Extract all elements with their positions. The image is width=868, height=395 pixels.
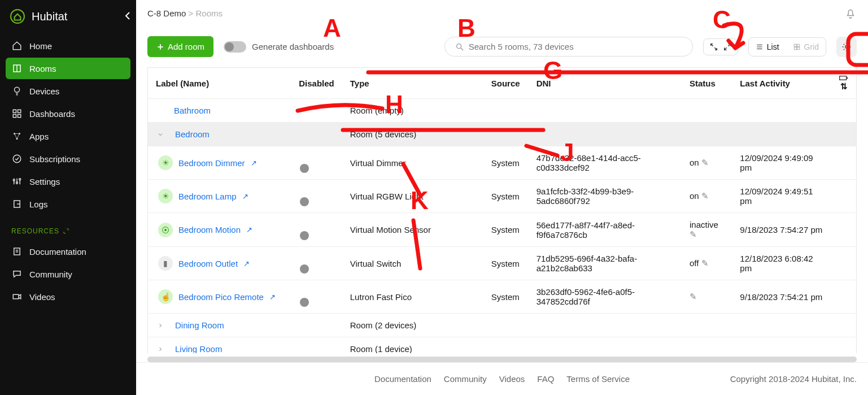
svg-point-0	[11, 10, 24, 23]
table-row[interactable]: ⦿ Bedroom Motion ↗ Virtual Motion Sensor…	[148, 213, 857, 247]
table-row[interactable]: ☀ Bedroom Dimmer ↗ Virtual Dimmer System…	[148, 146, 857, 180]
room-link[interactable]: Bedroom	[175, 129, 210, 139]
edit-icon[interactable]: ✎	[701, 191, 709, 201]
external-link-icon[interactable]: ↗	[243, 259, 250, 268]
bell-icon[interactable]	[844, 7, 857, 19]
view-list-button[interactable]: List	[749, 38, 786, 56]
device-link[interactable]: Bedroom Dimmer	[178, 158, 245, 168]
source-cell: System	[483, 247, 529, 280]
main: C-8 Demo > Rooms Add room Generate dashb…	[136, 0, 868, 395]
sidebar-item-settings[interactable]: Settings	[6, 171, 130, 192]
sidebar-item-devices[interactable]: Devices	[6, 80, 130, 102]
chevron-right-icon[interactable]	[156, 322, 165, 329]
sidebar-item-logs[interactable]: Logs	[6, 193, 130, 215]
col-label[interactable]: Label (Name)	[148, 68, 291, 99]
chevron-down-icon[interactable]	[156, 131, 165, 138]
edit-icon[interactable]: ✎	[690, 292, 697, 301]
grid-view-icon	[793, 43, 801, 51]
brand: Hubitat	[0, 0, 136, 33]
room-link[interactable]: Living Room	[175, 344, 222, 353]
table-row[interactable]: Bedroom Room (5 devices)	[148, 123, 857, 146]
col-status[interactable]: Status	[682, 68, 732, 99]
generate-dashboards: Generate dashboards	[224, 41, 334, 53]
col-source[interactable]: Source	[483, 68, 529, 99]
type-cell: Virtual RGBW Light	[342, 180, 483, 213]
collapse-in-icon[interactable]	[63, 228, 69, 235]
svg-point-2	[15, 87, 20, 92]
col-extra[interactable]: ⇅	[831, 68, 857, 99]
add-room-button[interactable]: Add room	[147, 36, 213, 57]
edit-icon[interactable]: ✎	[701, 158, 709, 167]
table-row[interactable]: Dining Room Room (2 devices)	[148, 314, 857, 337]
device-link[interactable]: Bedroom Motion	[178, 225, 241, 235]
sidebar-item-community[interactable]: Community	[6, 263, 130, 285]
sidebar-item-subscriptions[interactable]: Subscriptions	[6, 148, 130, 170]
search-input[interactable]	[469, 42, 682, 51]
nodes-icon	[11, 131, 23, 141]
table-row[interactable]: ☝ Bedroom Pico Remote ↗ Lutron Fast Pico…	[148, 280, 857, 314]
bulb-on-icon: ☀	[158, 155, 173, 170]
table-row[interactable]: Living Room Room (1 device)	[148, 337, 857, 354]
table-row[interactable]: ▮ Bedroom Outlet ↗ Virtual Switch System…	[148, 247, 857, 280]
doc-icon	[11, 246, 23, 257]
table-row[interactable]: Bathroom Room (empty)	[148, 99, 857, 123]
col-dni[interactable]: DNI	[529, 68, 682, 99]
sidebar-item-label: Devices	[29, 86, 59, 96]
room-link[interactable]: Dining Room	[175, 320, 224, 330]
device-link[interactable]: Bedroom Pico Remote	[178, 292, 264, 302]
add-room-label: Add room	[168, 42, 204, 51]
horizontal-scrollbar[interactable]	[147, 357, 857, 362]
col-last[interactable]: Last Activity	[732, 68, 831, 99]
footer-link[interactable]: Videos	[499, 374, 525, 384]
breadcrumb-root[interactable]: C-8 Demo	[147, 8, 186, 18]
grid-icon	[11, 108, 23, 119]
device-link[interactable]: Bedroom Lamp	[178, 192, 237, 201]
edit-icon[interactable]: ✎	[701, 258, 709, 268]
footer-link[interactable]: FAQ	[537, 374, 554, 384]
collapse-all-icon[interactable]	[709, 42, 718, 51]
external-link-icon[interactable]: ↗	[246, 225, 252, 234]
expand-all-icon[interactable]	[723, 42, 732, 51]
gear-icon	[841, 42, 852, 52]
external-link-icon[interactable]: ↗	[251, 159, 257, 167]
svg-rect-5	[13, 115, 16, 118]
last-cell: 12/09/2024 9:49:51 pm	[732, 180, 831, 213]
search-box[interactable]	[444, 37, 693, 57]
generate-dashboards-toggle[interactable]	[224, 41, 246, 53]
edit-icon[interactable]: ✎	[690, 229, 697, 239]
room-link[interactable]: Bathroom	[174, 106, 211, 115]
table-row[interactable]: ☀ Bedroom Lamp ↗ Virtual RGBW Light Syst…	[148, 180, 857, 213]
sidebar-item-videos[interactable]: Videos	[6, 286, 130, 307]
settings-gear-button[interactable]	[836, 37, 857, 57]
sidebar-item-apps[interactable]: Apps	[6, 125, 130, 147]
sidebar-collapse-icon[interactable]	[124, 11, 131, 20]
sidebar-item-rooms[interactable]: Rooms	[6, 58, 130, 79]
motion-icon: ⦿	[158, 223, 173, 237]
sidebar-item-home[interactable]: Home	[6, 35, 130, 57]
svg-point-13	[19, 179, 21, 180]
svg-point-22	[845, 45, 848, 48]
svg-point-11	[13, 179, 15, 181]
footer-link[interactable]: Community	[444, 374, 487, 384]
type-cell: Lutron Fast Pico	[342, 280, 483, 314]
sidebar-item-documentation[interactable]: Documentation	[6, 241, 130, 262]
chevron-right-icon[interactable]	[156, 346, 165, 353]
expand-collapse-group	[703, 38, 738, 55]
svg-point-12	[16, 182, 18, 184]
footer-link[interactable]: Terms of Service	[566, 374, 630, 384]
plus-icon	[156, 43, 164, 51]
dni-cell: 3b263df0-5962-4fe6-a0f5-347852cdd76f	[529, 280, 682, 314]
view-grid-button[interactable]: Grid	[786, 38, 826, 56]
dni-cell: 9a1fcfcb-33f2-4b99-b3e9-5adc6860f792	[529, 180, 682, 213]
dni-cell: 56ed177f-a8f7-44f7-a8ed-f9f6a7c876cb	[529, 213, 682, 247]
external-link-icon[interactable]: ↗	[242, 192, 248, 201]
view-grid-label: Grid	[804, 42, 819, 51]
device-link[interactable]: Bedroom Outlet	[178, 259, 238, 268]
col-disabled[interactable]: Disabled	[291, 68, 342, 99]
view-list-label: List	[767, 42, 779, 51]
toolbar: Add room Generate dashboards List Grid	[136, 21, 868, 67]
col-type[interactable]: Type	[342, 68, 483, 99]
footer-link[interactable]: Documentation	[374, 374, 431, 384]
sidebar-item-dashboards[interactable]: Dashboards	[6, 103, 130, 124]
external-link-icon[interactable]: ↗	[269, 293, 276, 301]
